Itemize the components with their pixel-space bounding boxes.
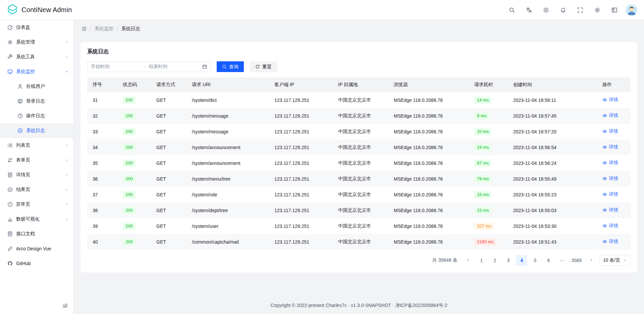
breadcrumb-item[interactable]: 系统日志 (121, 26, 140, 32)
sidebar-item-operation-logs[interactable]: 操作日志 (0, 109, 73, 123)
date-range-picker[interactable]: 开始时间 - 结束时间 (87, 61, 211, 72)
sidebar-item-system-tools[interactable]: 系统工具 (0, 50, 73, 64)
page-button-6[interactable]: 6 (543, 255, 554, 266)
page-button-5[interactable]: 5 (530, 255, 540, 266)
detail-link[interactable]: 详情 (602, 191, 618, 197)
sidebar-item-label: 异常页 (16, 201, 61, 207)
query-button[interactable]: 查询 (217, 61, 244, 72)
eye-icon (602, 98, 607, 102)
sidebar-item-form-pages[interactable]: 表单页 (0, 153, 73, 168)
link-icon (7, 246, 13, 251)
next-page-button[interactable] (586, 255, 597, 266)
log-row: 34200GET/system/announcement123.117.129.… (87, 139, 631, 155)
content-card: 系统日志 开始时间 - 结束时间 查询 重置 序号状态码请求方式 (80, 42, 637, 272)
sidebar: 仪表盘系统管理系统工具系统监控在线用户登录日志操作日志系统日志列表页表单页详情页… (0, 20, 74, 314)
cell-location: 中国北京北京市 (333, 187, 388, 202)
detail-link[interactable]: 详情 (602, 97, 618, 103)
sidebar-item-exception-pages[interactable]: 异常页 (0, 197, 73, 212)
cell-method: GET (151, 92, 186, 108)
cell-id: 31 (87, 92, 117, 108)
collapse-sidebar-button[interactable] (61, 301, 69, 310)
prev-page-button[interactable] (463, 255, 473, 266)
breadcrumb-item[interactable]: 系统监控 (95, 26, 113, 32)
sidebar-item-system-monitor[interactable]: 系统监控 (0, 64, 73, 79)
gear-icon (7, 40, 13, 45)
eye-icon (602, 239, 607, 244)
cell-browser: MSEdge 118.0.2088.76 (388, 124, 469, 139)
sidebar-item-result-pages[interactable]: 结果页 (0, 182, 73, 197)
detail-link[interactable]: 详情 (602, 128, 618, 134)
cell-created: 2023-11-04 18:56:24 (508, 155, 597, 171)
cell-ip: 123.117.129.251 (269, 124, 333, 139)
duration-badge: 79 ms (474, 175, 491, 183)
header: ContiNew Admin (0, 0, 644, 20)
detail-link[interactable]: 详情 (602, 176, 618, 182)
page-button-3565[interactable]: 3565 (570, 255, 583, 266)
cell-created: 2023-11-04 18:55:23 (508, 187, 597, 202)
reset-button-label: 重置 (262, 64, 272, 69)
detail-link[interactable]: 详情 (602, 160, 618, 166)
page-button-2[interactable]: 2 (489, 255, 500, 266)
duration-badge: 2160 ms (474, 238, 496, 246)
sidebar-item-arco-design-vue[interactable]: Arco Design Vue (0, 241, 73, 256)
page-button-4[interactable]: 4 (516, 255, 527, 266)
dashboard-icon (7, 25, 13, 30)
github-icon (7, 261, 13, 266)
cell-action: 详情 (597, 108, 631, 124)
cell-status: 200 (117, 202, 151, 218)
detail-link[interactable]: 详情 (602, 113, 618, 119)
range-separator: - (145, 64, 146, 69)
gear-icon[interactable] (592, 4, 603, 16)
sidebar-item-system-logs[interactable]: 系统日志 (0, 123, 73, 138)
query-button-label: 查询 (229, 64, 238, 69)
log-row: 35200GET/system/announcement123.117.129.… (87, 155, 631, 171)
cell-ip: 123.117.129.251 (269, 171, 333, 187)
cell-method: GET (151, 202, 186, 218)
cell-action: 详情 (597, 124, 631, 139)
sidebar-item-system-management[interactable]: 系统管理 (0, 35, 73, 50)
detail-link[interactable]: 详情 (602, 144, 618, 150)
user-avatar[interactable] (626, 4, 637, 16)
cell-status: 200 (117, 92, 151, 108)
check-circle-icon (7, 187, 13, 192)
eye-icon (602, 192, 607, 197)
sidebar-item-online-users[interactable]: 在线用户 (0, 79, 73, 94)
translate-icon[interactable] (523, 4, 535, 16)
sidebar-item-list-pages[interactable]: 列表页 (0, 138, 73, 153)
sidebar-item-label: 操作日志 (26, 113, 69, 119)
fullscreen-icon[interactable] (575, 4, 586, 16)
apps-grid-icon[interactable] (82, 26, 87, 31)
page-button-3[interactable]: 3 (503, 255, 514, 266)
cell-duration: 15 ms (469, 187, 508, 202)
bell-icon[interactable] (557, 4, 569, 16)
cell-created: 2023-11-04 18:57:20 (508, 124, 597, 139)
sun-icon[interactable] (540, 4, 552, 16)
cell-location: 中国北京北京市 (333, 124, 388, 139)
detail-link[interactable]: 详情 (602, 239, 618, 245)
start-time-input[interactable]: 开始时间 (91, 64, 142, 70)
page-button-1[interactable]: 1 (476, 255, 487, 266)
duration-badge: 15 ms (474, 191, 491, 198)
detail-link[interactable]: 详情 (602, 223, 618, 229)
sidebar-item-github[interactable]: GitHub (0, 256, 73, 271)
brand[interactable]: ContiNew Admin (7, 4, 72, 16)
search-icon[interactable] (506, 4, 518, 16)
page-size-select[interactable]: 10 条/页 (599, 255, 631, 266)
detail-link[interactable]: 详情 (602, 207, 618, 213)
cell-created: 2023-11-04 18:55:49 (508, 171, 597, 187)
sidebar-item-api-docs[interactable]: 接口文档 (0, 227, 73, 241)
chevron-down-icon (65, 217, 69, 221)
sidebar-item-detail-pages[interactable]: 详情页 (0, 168, 73, 182)
layout-icon[interactable] (609, 4, 620, 16)
cell-method: GET (151, 187, 186, 202)
cell-created: 2023-11-04 18:55:03 (508, 202, 597, 218)
cell-browser: MSEdge 118.0.2088.76 (388, 234, 469, 250)
app-root: ContiNew Admin 仪表盘系统管理系统工具系统监控在线用户登录日志操作… (0, 0, 644, 314)
sidebar-item-dashboard[interactable]: 仪表盘 (0, 20, 73, 35)
sidebar-item-login-logs[interactable]: 登录日志 (0, 94, 73, 109)
log-row: 31200GET/system/dict123.117.129.251中国北京北… (87, 92, 631, 108)
cell-action: 详情 (597, 202, 631, 218)
reset-button[interactable]: 重置 (250, 61, 277, 72)
end-time-input[interactable]: 结束时间 (149, 64, 200, 70)
sidebar-item-data-visualization[interactable]: 数据可视化 (0, 212, 73, 227)
